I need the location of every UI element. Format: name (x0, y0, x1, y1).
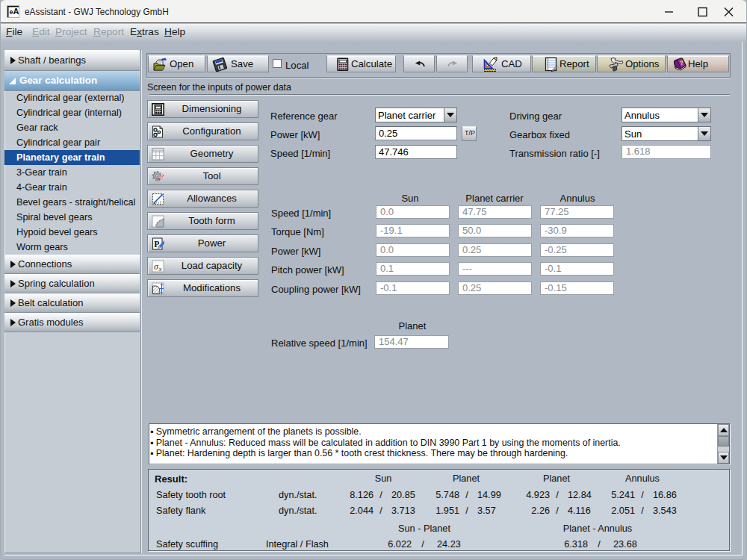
svg-text:x: x (158, 265, 162, 273)
